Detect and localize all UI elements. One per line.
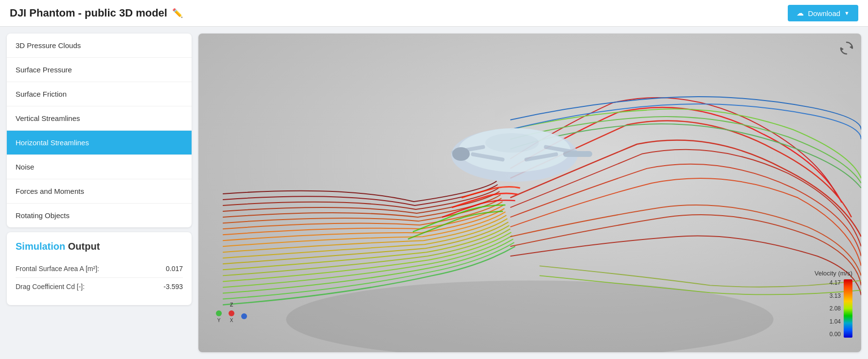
left-panel: 3D Pressure CloudsSurface PressureSurfac…	[7, 34, 192, 352]
edit-icon[interactable]: ✏️	[172, 8, 183, 18]
nav-item[interactable]: 3D Pressure Clouds	[7, 34, 192, 58]
page-title: DJI Phantom - public 3D model	[10, 7, 167, 19]
z-label: Z	[230, 302, 233, 308]
sim-row-value: -3.593	[163, 283, 183, 291]
rotate-icon[interactable]	[839, 40, 854, 59]
x-axis-dot	[229, 310, 234, 316]
download-button[interactable]: ☁ Download ▼	[788, 5, 858, 21]
legend-label: 4.17	[830, 279, 841, 286]
nav-item[interactable]: Rotating Objects	[7, 204, 192, 227]
nav-item[interactable]: Surface Pressure	[7, 58, 192, 82]
legend-label: 2.08	[830, 305, 841, 312]
main-content: 3D Pressure CloudsSurface PressureSurfac…	[0, 27, 868, 359]
svg-point-7	[452, 147, 470, 161]
svg-marker-11	[841, 47, 844, 51]
simulation-output-title: Simulation Output	[16, 241, 183, 252]
legend-title: Velocity (m/s)	[815, 270, 852, 277]
download-icon: ☁	[797, 9, 804, 17]
legend-label: 1.04	[830, 318, 841, 325]
nav-item[interactable]: Horizontal Streamlines	[7, 131, 192, 155]
sim-title-simulation: Simulation	[16, 241, 65, 252]
simulation-output-card: Simulation Output Frontal Surface Area A…	[7, 232, 192, 305]
x-axis-label: X	[230, 318, 233, 323]
sim-row-label: Drag Coefficient Cd [-]:	[16, 283, 163, 291]
sim-title-output: Output	[68, 241, 100, 252]
svg-marker-10	[850, 45, 852, 49]
y-axis-dot	[216, 310, 222, 316]
sim-row-label: Frontal Surface Area A [m²]:	[16, 265, 166, 273]
nav-card: 3D Pressure CloudsSurface PressureSurfac…	[7, 34, 192, 227]
download-dropdown-arrow: ▼	[844, 10, 850, 16]
nav-item[interactable]: Noise	[7, 155, 192, 179]
legend-label: 0.00	[830, 331, 841, 338]
y-axis-label: Y	[217, 318, 221, 323]
nav-item[interactable]: Surface Friction	[7, 82, 192, 106]
nav-item[interactable]: Forces and Moments	[7, 179, 192, 204]
svg-rect-8	[563, 151, 592, 157]
simulation-rows-container: Frontal Surface Area A [m²]:0.017Drag Co…	[16, 260, 183, 295]
drone-model	[422, 92, 607, 218]
nav-item[interactable]: Vertical Streamlines	[7, 106, 192, 131]
header: DJI Phantom - public 3D model ✏️ ☁ Downl…	[0, 0, 868, 27]
svg-point-9	[485, 133, 539, 153]
legend-label: 3.13	[830, 292, 841, 299]
header-title-group: DJI Phantom - public 3D model ✏️	[10, 7, 183, 19]
axis-indicator: Z Y X	[216, 302, 247, 323]
sim-row-value: 0.017	[166, 265, 183, 273]
download-label: Download	[808, 9, 840, 17]
legend-colorbar	[844, 279, 852, 338]
legend-labels: 4.173.132.081.040.00	[830, 279, 841, 338]
viewport[interactable]: Z Y X	[198, 34, 861, 352]
z-axis-dot	[241, 313, 247, 319]
legend-bar-container: 4.173.132.081.040.00	[830, 279, 852, 338]
simulation-row: Frontal Surface Area A [m²]:0.017	[16, 260, 183, 278]
color-legend: Velocity (m/s) 4.173.132.081.040.00	[815, 270, 852, 338]
simulation-row: Drag Coefficient Cd [-]:-3.593	[16, 278, 183, 295]
